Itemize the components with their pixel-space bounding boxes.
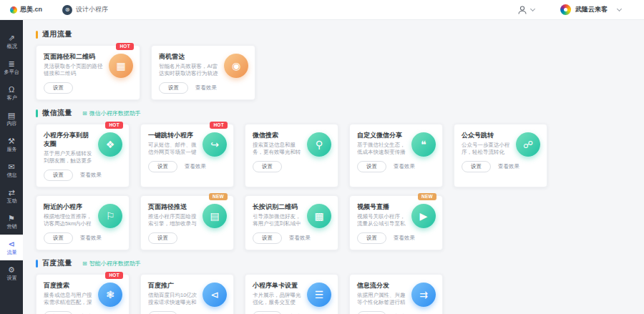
data-assistant-link[interactable]: ⊞ 微信小程序数据助手 bbox=[82, 109, 141, 117]
sidebar-item-流量[interactable]: ⊲ 流量 bbox=[0, 235, 23, 260]
section-accent-bar bbox=[36, 109, 38, 117]
feature-card: ⚲ 微信搜索 搜索直达信息和服务，更有效曝光和转化 设置 bbox=[245, 124, 338, 187]
official-account-icon: ☍ bbox=[516, 132, 540, 157]
settings-button[interactable]: 设置 bbox=[44, 232, 73, 244]
status-badge: HOT bbox=[105, 272, 123, 279]
card-title: 小程序分享到朋友圈 bbox=[44, 131, 93, 148]
settings-button[interactable]: 设置 bbox=[253, 161, 282, 172]
data-assistant-icon: ⊞ bbox=[82, 110, 87, 117]
card-title: 一键跳转小程序 bbox=[148, 131, 197, 139]
settings-button[interactable]: 设置 bbox=[253, 311, 282, 314]
service-icon: ⚒ bbox=[8, 137, 15, 145]
card-title: 百度搜索 bbox=[44, 281, 93, 290]
view-effect-link[interactable]: 查看效果 bbox=[289, 235, 311, 242]
baidu-search-icon: ❃ bbox=[98, 283, 122, 307]
sidebar-item-概况[interactable]: ⇗ 概况 bbox=[0, 29, 23, 54]
status-badge: HOT bbox=[105, 122, 123, 129]
radar-icon: ◉ bbox=[224, 54, 248, 78]
sidebar-item-互动[interactable]: ⇄ 互动 bbox=[0, 183, 23, 209]
settings-button[interactable]: 设置 bbox=[159, 82, 188, 94]
traffic-section: 百度流量 ⊞ 智能小程序数据助手 HOT ❃ 百度搜索 服务或信息与用户搜索需求… bbox=[36, 258, 637, 314]
sidebar-item-设置[interactable]: ⚙ 设置 bbox=[0, 260, 23, 286]
feature-card: NEW ▶ 视频号直播 视频号关联小程序，流量从公域引导至私域 设置 查看效果 bbox=[349, 195, 443, 250]
custom-share-icon: ❝ bbox=[411, 132, 436, 157]
feature-card: HOT ▦ 页面路径和二维码 灵活获取各个页面的路径链接和二维码 设置 bbox=[36, 45, 140, 100]
sidebar-item-label: 内容 bbox=[6, 120, 16, 127]
section-title: 百度流量 bbox=[42, 258, 72, 268]
data-assistant-link[interactable]: ⊞ 智能小程序数据助手 bbox=[82, 260, 141, 268]
card-description: 基于微信社交生态，低成本快速裂变传播 bbox=[357, 142, 406, 156]
view-effect-link[interactable]: 查看效果 bbox=[195, 84, 217, 92]
wechat-search-icon: ⚲ bbox=[307, 132, 331, 157]
card-description: 服务或信息与用户搜索需求精准匹配，深度转化用户 bbox=[44, 292, 93, 306]
interaction-icon: ⇄ bbox=[8, 188, 14, 197]
traffic-icon: ⊲ bbox=[8, 240, 14, 248]
section-accent-bar bbox=[36, 260, 38, 268]
card-title: 页面路径和二维码 bbox=[44, 52, 104, 61]
nearby-map-icon: ⚐ bbox=[98, 204, 122, 228]
settings-button[interactable]: 设置 bbox=[357, 311, 386, 314]
card-description: 可从短信、邮件、微信外网页等场景一键跳转至小程序 bbox=[148, 142, 197, 156]
org-switcher[interactable]: 武隆云来客 bbox=[560, 4, 621, 15]
cards-row: HOT ▦ 页面路径和二维码 灵活获取各个页面的路径链接和二维码 设置 ◉ 商机… bbox=[36, 45, 637, 100]
status-badge: NEW bbox=[209, 193, 228, 200]
view-effect-link[interactable]: 查看效果 bbox=[80, 235, 102, 242]
app-icon: ⊛ bbox=[62, 5, 72, 15]
settings-icon: ⚙ bbox=[8, 265, 15, 274]
settings-button[interactable]: 设置 bbox=[253, 232, 282, 244]
user-menu[interactable] bbox=[517, 5, 535, 15]
sidebar-item-多平台[interactable]: ≣ 多平台 bbox=[0, 54, 23, 80]
settings-button[interactable]: 设置 bbox=[44, 170, 73, 181]
feature-card: NEW ▤ 页面路径推送 推送小程序页面给搜索引擎，增加收录与曝光机会 设置 bbox=[140, 195, 234, 250]
card-title: 视频号直播 bbox=[357, 202, 406, 211]
app-title: 设计小程序 bbox=[76, 5, 108, 14]
feature-card: ⊲ 百度推广 借助百度日均10亿次搜索请求快速曝光和获流 设置 bbox=[140, 274, 234, 314]
feed-distribution-icon: ⇉ bbox=[411, 283, 436, 307]
view-effect-link[interactable]: 查看效果 bbox=[394, 235, 415, 242]
sidebar-item-客户[interactable]: Ω 客户 bbox=[0, 80, 23, 106]
settings-button[interactable]: 设置 bbox=[44, 82, 73, 94]
sidebar-item-营销[interactable]: ⚑ 营销 bbox=[0, 209, 23, 235]
card-description: 基于用户关系链转发到朋友圈，触达更多更广客户 bbox=[44, 150, 93, 165]
feature-card: ⚐ 附近的小程序 根据地理位置推荐，访客周边5km内小程序均可展示 设置 查看效… bbox=[36, 195, 130, 250]
main-content: 通用流量 HOT ▦ 页面路径和二维码 灵活获取各个页面的路径链接和二维码 设置… bbox=[23, 20, 644, 314]
card-title: 页面路径推送 bbox=[148, 202, 197, 211]
sidebar-item-信息[interactable]: ✉ 信息 bbox=[0, 157, 23, 183]
settings-button[interactable]: 设置 bbox=[148, 232, 177, 244]
view-effect-link[interactable]: 查看效果 bbox=[185, 163, 206, 170]
settings-button[interactable]: 设置 bbox=[148, 311, 177, 314]
data-assistant-link-label: 微信小程序数据助手 bbox=[89, 109, 141, 117]
section-title: 通用流量 bbox=[42, 29, 72, 39]
settings-button[interactable]: 设置 bbox=[148, 161, 177, 172]
sidebar-item-服务[interactable]: ⚒ 服务 bbox=[0, 132, 23, 157]
status-badge: HOT bbox=[116, 43, 134, 50]
feature-card: HOT ❃ 百度搜索 服务或信息与用户搜索需求精准匹配，深度转化用户 设置 查看… bbox=[36, 274, 130, 314]
app-nav-design-miniprogram[interactable]: ⊛ 设计小程序 bbox=[62, 5, 108, 15]
cards-row: HOT ❖ 小程序分享到朋友圈 基于用户关系链转发到朋友圈，触达更多更广客户 设… bbox=[36, 124, 637, 187]
view-effect-link[interactable]: 查看效果 bbox=[80, 172, 102, 179]
sidebar-item-内容[interactable]: ▤ 内容 bbox=[0, 106, 23, 132]
status-badge: NEW bbox=[418, 193, 436, 200]
qr-scan-icon: ▩ bbox=[307, 204, 331, 228]
card-description: 推送小程序页面给搜索引擎，增加收录与曝光机会 bbox=[148, 213, 197, 227]
card-description: 公众号一步直达小程序，轻松导流转化 bbox=[462, 142, 511, 156]
card-title: 自定义微信分享 bbox=[357, 131, 406, 139]
settings-button[interactable]: 设置 bbox=[357, 161, 386, 172]
card-description: 引导添加微信好友，将用户引流到私域中 bbox=[253, 213, 302, 227]
view-effect-link[interactable]: 查看效果 bbox=[498, 163, 519, 170]
view-effect-link[interactable]: 查看效果 bbox=[394, 163, 415, 170]
card-title: 微信搜索 bbox=[253, 131, 302, 139]
video-live-icon: ▶ bbox=[411, 204, 436, 228]
card-description: 智能名片高效获客，AI雷达实时获取访客行为轨迹 bbox=[159, 63, 219, 77]
card-description: 搜索直达信息和服务，更有效曝光和转化 bbox=[253, 142, 302, 156]
page-push-icon: ▤ bbox=[203, 204, 227, 228]
section-header: 百度流量 ⊞ 智能小程序数据助手 bbox=[36, 258, 637, 268]
settings-button[interactable]: 设置 bbox=[462, 161, 491, 172]
settings-button[interactable]: 设置 bbox=[44, 311, 73, 314]
feature-card: ◉ 商机雷达 智能名片高效获客，AI雷达实时获取访客行为轨迹 设置 查看效果 bbox=[151, 45, 255, 100]
sidebar-item-label: 流量 bbox=[6, 249, 16, 255]
jump-miniprogram-icon: ↪ bbox=[203, 132, 227, 157]
sidebar-item-label: 营销 bbox=[6, 223, 16, 230]
cards-row: ⚐ 附近的小程序 根据地理位置推荐，访客周边5km内小程序均可展示 设置 查看效… bbox=[36, 195, 637, 250]
settings-button[interactable]: 设置 bbox=[357, 232, 386, 244]
